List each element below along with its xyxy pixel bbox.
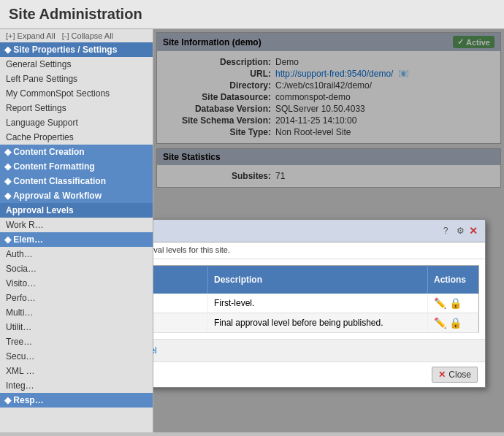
- close-x-icon: ✕: [438, 370, 446, 380]
- sidebar-item-multi[interactable]: Multi…: [0, 305, 153, 320]
- sidebar-item-content-formatting[interactable]: ◆ Content Formatting: [0, 159, 153, 174]
- edit-icon-1[interactable]: ✏️: [434, 297, 446, 309]
- modal-table-wrap: Level ▲ Name Description Actions 1 Editi…: [153, 259, 485, 339]
- desc-cell-1: First-level.: [208, 294, 428, 313]
- table-row: 2 Final Approval Final approval level be…: [153, 313, 479, 333]
- col-actions: Actions: [428, 266, 479, 294]
- sidebar-item-xml[interactable]: XML …: [0, 364, 153, 378]
- sidebar-item-site-properties[interactable]: ◆ Site Properties / Settings: [0, 42, 153, 57]
- sidebar-item-resp[interactable]: ◆ Resp…: [0, 393, 153, 408]
- add-new-approval-level-link[interactable]: + Add New Approval Level: [153, 345, 157, 356]
- sidebar-item-perfo[interactable]: Perfo…: [0, 291, 153, 305]
- name-cell-1: Editing: [153, 294, 208, 313]
- help-icon[interactable]: ?: [440, 225, 451, 237]
- modal-close-icon[interactable]: ✕: [469, 225, 478, 237]
- sidebar-item-report-settings[interactable]: Report Settings: [0, 101, 153, 115]
- page-title: Site Administration: [9, 6, 495, 23]
- edit-icon-2[interactable]: ✏️: [434, 317, 446, 329]
- actions-container-2: ✏️ 🔒: [434, 317, 473, 329]
- main-layout: [+] Expand All [-] Collapse All ◆ Site P…: [0, 29, 504, 432]
- actions-cell-2: ✏️ 🔒: [428, 313, 479, 333]
- sidebar-item-secu[interactable]: Secu…: [0, 349, 153, 364]
- table-header-row: Level ▲ Name Description Actions: [153, 266, 479, 294]
- sidebar-item-approval-levels[interactable]: Approval Levels: [0, 203, 153, 218]
- add-label: Add New Approval Level: [153, 345, 157, 356]
- sidebar-item-general-settings[interactable]: General Settings: [0, 57, 153, 72]
- modal-overlay: Approval Levels ? ⚙ ✕ Manage and create …: [153, 29, 504, 432]
- approval-levels-modal: Approval Levels ? ⚙ ✕ Manage and create …: [153, 219, 486, 388]
- actions-container-1: ✏️ 🔒: [434, 297, 473, 309]
- page-header: Site Administration: [0, 0, 504, 29]
- close-button[interactable]: ✕ Close: [432, 367, 478, 383]
- content-area: Site Information (demo) Active Descripti…: [153, 29, 504, 432]
- expand-all[interactable]: [+] Expand All: [6, 31, 56, 40]
- lock-icon-2[interactable]: 🔒: [449, 317, 462, 329]
- sidebar-item-my-commonspot-sections[interactable]: My CommonSpot Sections: [0, 86, 153, 101]
- sidebar-item-left-pane-settings[interactable]: Left Pane Settings: [0, 72, 153, 86]
- sidebar-item-content-classification[interactable]: ◆ Content Classification: [0, 174, 153, 188]
- desc-cell-2: Final approval level before being publis…: [208, 313, 428, 333]
- sidebar-item-approval-workflow[interactable]: ◆ Approval & Workflow: [0, 188, 153, 203]
- sidebar-item-tree[interactable]: Tree…: [0, 334, 153, 349]
- modal-footer: + Add New Approval Level: [153, 339, 485, 362]
- sidebar-item-work-r[interactable]: Work R…: [0, 218, 153, 232]
- collapse-all[interactable]: [-] Collapse All: [62, 31, 113, 40]
- col-name[interactable]: Name: [153, 266, 208, 294]
- sidebar: [+] Expand All [-] Collapse All ◆ Site P…: [0, 29, 153, 432]
- sidebar-item-socia[interactable]: Socia…: [0, 261, 153, 276]
- sidebar-item-auth[interactable]: Auth…: [0, 247, 153, 261]
- sidebar-item-integ[interactable]: Integ…: [0, 378, 153, 393]
- settings-icon[interactable]: ⚙: [454, 225, 466, 237]
- sidebar-item-content-creation[interactable]: ◆ Content Creation: [0, 145, 153, 159]
- col-description[interactable]: Description: [208, 266, 428, 294]
- sidebar-item-cache-properties[interactable]: Cache Properties: [0, 130, 153, 145]
- sidebar-item-elem[interactable]: ◆ Elem…: [0, 232, 153, 247]
- close-label: Close: [448, 370, 471, 380]
- modal-subtitle: Manage and create the approval levels fo…: [153, 242, 485, 259]
- sidebar-item-language-support[interactable]: Language Support: [0, 115, 153, 130]
- name-cell-2: Final Approval: [153, 313, 208, 333]
- sidebar-item-visito[interactable]: Visito…: [0, 276, 153, 291]
- table-row: 1 Editing First-level. ✏️ 🔒: [153, 294, 479, 313]
- sidebar-item-utilit[interactable]: Utilit…: [0, 320, 153, 334]
- approval-levels-table: Level ▲ Name Description Actions 1 Editi…: [153, 265, 479, 333]
- modal-header-icons: ? ⚙ ✕: [440, 225, 478, 237]
- lock-icon-1[interactable]: 🔒: [449, 297, 462, 309]
- modal-header: Approval Levels ? ⚙ ✕: [153, 220, 485, 242]
- actions-cell-1: ✏️ 🔒: [428, 294, 479, 313]
- modal-bottom-bar: i Showing 2 records. ✕ Close: [153, 362, 485, 387]
